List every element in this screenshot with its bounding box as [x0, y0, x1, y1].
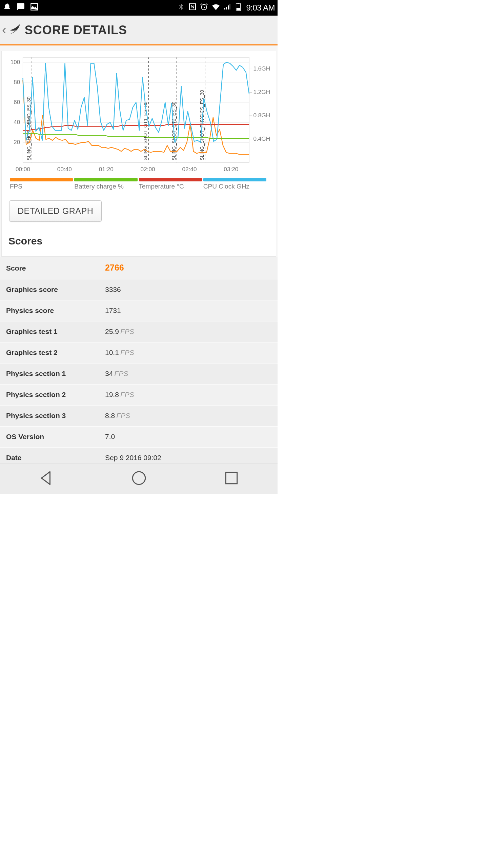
- bluetooth-icon: [177, 3, 185, 13]
- score-value: 7.0: [105, 433, 115, 441]
- score-row: Physics section 134FPS: [0, 363, 278, 384]
- alarm-icon: [200, 3, 208, 13]
- score-row: OS Version7.0: [0, 427, 278, 448]
- score-value: 34FPS: [105, 370, 128, 378]
- scores-table: Score2766Graphics score3336Physics score…: [0, 257, 278, 463]
- svg-text:01:20: 01:20: [99, 166, 114, 173]
- svg-text:20: 20: [14, 139, 20, 145]
- wifi-icon: [211, 2, 220, 13]
- legend-temperature: Temperature °C: [139, 178, 203, 190]
- score-row: DateSep 9 2016 09:02: [0, 448, 278, 463]
- score-value: 10.1FPS: [105, 349, 134, 357]
- nav-home-button[interactable]: [130, 470, 147, 488]
- app-header: ‹ SCORE DETAILS: [0, 16, 278, 45]
- svg-text:0.4GHz: 0.4GHz: [253, 136, 270, 142]
- score-label: Graphics score: [6, 285, 105, 294]
- score-value: 19.8FPS: [105, 391, 134, 399]
- score-value: 2766: [105, 263, 124, 273]
- status-bar: 9:03 AM: [0, 0, 278, 16]
- score-label: Date: [6, 454, 105, 462]
- svg-text:1.2GHz: 1.2GHz: [253, 89, 270, 95]
- legend-battery: Battery charge %: [74, 178, 139, 190]
- notification-icon: [3, 2, 12, 13]
- svg-text:40: 40: [14, 119, 20, 125]
- legend-cpu-clock: CPU Clock GHz: [203, 178, 268, 190]
- status-clock: 9:03 AM: [246, 3, 275, 13]
- svg-text:00:00: 00:00: [16, 166, 30, 173]
- svg-text:60: 60: [14, 99, 20, 105]
- score-row: Physics section 38.8FPS: [0, 406, 278, 427]
- svg-rect-40: [226, 472, 237, 484]
- score-label: Physics section 1: [6, 370, 105, 378]
- page-title: SCORE DETAILS: [25, 23, 127, 37]
- score-label: Physics section 3: [6, 412, 105, 420]
- status-left-icons: [3, 2, 39, 13]
- score-row: Graphics score3336: [0, 279, 278, 300]
- signal-icon: [224, 3, 232, 13]
- chart-card: 204060801000.4GHz0.8GHz1.2GHz1.6GHzSLING…: [1, 51, 276, 257]
- score-label: Physics score: [6, 307, 105, 315]
- score-value: 1731: [105, 307, 121, 315]
- svg-text:80: 80: [14, 79, 20, 85]
- nav-recents-button[interactable]: [223, 470, 240, 488]
- detailed-graph-button[interactable]: DETAILED GRAPH: [9, 200, 102, 222]
- nfc-icon: [188, 3, 197, 13]
- svg-text:02:40: 02:40: [182, 166, 197, 173]
- chat-icon: [16, 2, 25, 13]
- legend-fps: FPS: [10, 178, 74, 190]
- svg-text:03:20: 03:20: [224, 166, 238, 173]
- score-label: OS Version: [6, 433, 105, 441]
- score-row: Graphics test 125.9FPS: [0, 321, 278, 342]
- content-scroll[interactable]: 204060801000.4GHz0.8GHz1.2GHz1.6GHzSLING…: [0, 45, 278, 463]
- score-label: Physics section 2: [6, 391, 105, 399]
- android-navbar: [0, 463, 278, 494]
- score-row: Physics section 219.8FPS: [0, 384, 278, 406]
- benchmark-chart[interactable]: 204060801000.4GHz0.8GHz1.2GHz1.6GHzSLING…: [9, 54, 270, 176]
- chart-legend: FPS Battery charge % Temperature °C CPU …: [2, 176, 276, 192]
- back-button[interactable]: ‹: [2, 23, 6, 37]
- nav-back-button[interactable]: [38, 470, 55, 488]
- score-value: Sep 9 2016 09:02: [105, 454, 161, 462]
- svg-point-39: [133, 472, 145, 485]
- svg-rect-4: [238, 3, 239, 3]
- battery-icon: [235, 2, 241, 13]
- score-row: Physics score1731: [0, 300, 278, 321]
- svg-text:00:40: 00:40: [57, 166, 72, 173]
- score-value: 25.9FPS: [105, 328, 134, 336]
- app-logo-icon: [8, 23, 22, 37]
- image-icon: [30, 2, 39, 13]
- svg-rect-5: [237, 8, 240, 11]
- svg-rect-38: [23, 57, 249, 162]
- svg-text:02:00: 02:00: [141, 166, 155, 173]
- score-label: Score: [6, 264, 105, 272]
- status-right-icons: 9:03 AM: [177, 2, 275, 13]
- scores-heading: Scores: [8, 235, 276, 247]
- svg-text:1.6GHz: 1.6GHz: [253, 66, 270, 72]
- score-row: Score2766: [0, 257, 278, 279]
- svg-text:0.8GHz: 0.8GHz: [253, 112, 270, 119]
- svg-text:100: 100: [11, 59, 20, 65]
- score-row: Graphics test 210.1FPS: [0, 342, 278, 363]
- score-value: 3336: [105, 285, 121, 294]
- score-value: 8.8FPS: [105, 412, 130, 420]
- score-label: Graphics test 1: [6, 328, 105, 336]
- score-label: Graphics test 2: [6, 349, 105, 357]
